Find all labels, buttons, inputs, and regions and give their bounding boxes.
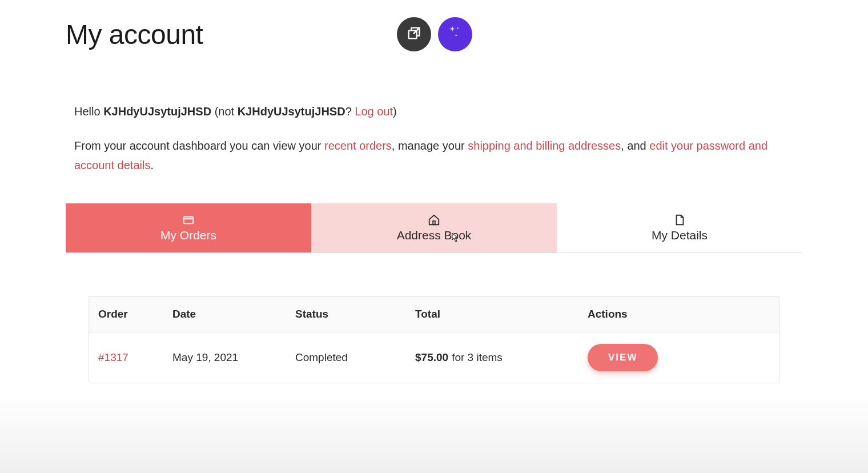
tab-my-details[interactable]: My Details [557,203,802,252]
tab-address-book-label: Address Book [397,229,472,242]
order-date: May 19, 2021 [163,332,286,383]
greeting-username: KJHdyUJsytujJHSD [103,105,211,118]
order-status: Completed [286,332,406,383]
external-link-button[interactable] [397,17,431,51]
order-number-link[interactable]: #1317 [98,351,128,364]
dashboard-description: From your account dashboard you can view… [74,136,794,175]
page-title: My account [66,19,203,50]
order-total: $75.00 for 3 items [406,332,578,383]
addresses-link[interactable]: shipping and billing addresses [468,139,621,152]
svg-rect-1 [184,217,194,224]
external-link-icon [406,25,422,43]
view-order-button[interactable]: VIEW [588,344,658,371]
header-status: Status [286,296,406,332]
svg-rect-3 [433,221,435,225]
sparkle-button[interactable] [438,17,472,51]
recent-orders-link[interactable]: recent orders [324,139,392,152]
header-date: Date [163,296,286,332]
logout-link[interactable]: Log out [355,105,393,118]
tab-my-orders[interactable]: My Orders [66,203,311,252]
table-row: #1317 May 19, 2021 Completed $75.00 for … [89,332,779,383]
tab-my-orders-label: My Orders [160,229,216,242]
bottom-gradient [0,393,868,473]
tab-address-book[interactable]: Address Book [311,203,557,252]
document-icon [673,214,686,226]
greeting-text: Hello KJHdyUJsytujJHSD (not KJHdyUJsytuj… [74,103,794,120]
orders-table: Order Date Status Total Actions #1317 Ma… [89,296,779,383]
greeting-not-username: KJHdyUJsytujJHSD [238,105,345,118]
header-actions: Actions [578,296,779,332]
header-order: Order [89,296,163,332]
home-icon [428,214,440,226]
card-icon [182,214,195,226]
account-tabs: My Orders Address Book [66,203,802,253]
tab-my-details-label: My Details [652,229,708,242]
header-total: Total [406,296,578,332]
sparkle-icon [447,25,463,43]
table-header-row: Order Date Status Total Actions [89,296,779,332]
